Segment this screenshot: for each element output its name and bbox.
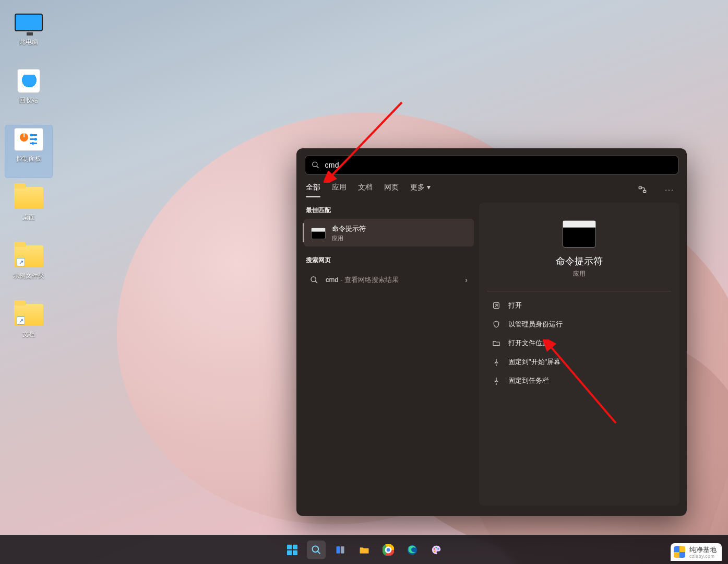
svg-point-34 [437,548,439,549]
result-best-match[interactable]: 命令提示符 应用 [304,219,474,246]
desktop-icons: 此电脑 回收站 控制面板 桌面 ↗ 示例文件夹 ↗ 文档 [5,8,52,359]
pin-icon [492,377,500,385]
tab-docs[interactable]: 文档 [358,183,373,196]
web-suffix: - 查看网络搜索结果 [339,276,399,284]
svg-point-33 [435,546,437,548]
palette-icon [431,544,442,556]
taskbar-file-explorer[interactable] [355,540,374,559]
svg-line-8 [317,166,319,168]
action-run-as-admin[interactable]: 以管理员身份运行 [487,315,671,333]
action-label: 固定到"开始"屏幕 [508,357,560,367]
tab-apps[interactable]: 应用 [332,183,347,196]
terminal-icon [311,228,326,239]
taskbar: 纯净基地 czlaby.com [0,535,728,564]
section-search-web: 搜索网页 [306,256,472,265]
scope-button[interactable] [635,182,650,197]
search-box[interactable] [305,156,678,174]
desktop-icon-recycle-bin[interactable]: 回收站 [5,67,52,119]
shortcut-badge-icon: ↗ [17,258,25,266]
svg-point-32 [433,548,435,549]
svg-point-5 [34,138,37,140]
chrome-icon [383,544,394,556]
more-options-button[interactable]: ··· [662,182,677,197]
result-web-search[interactable]: cmd - 查看网络搜索结果 › [304,269,474,291]
svg-rect-22 [336,546,340,553]
chevron-right-icon: › [465,276,468,284]
watermark-sub: czlaby.com [689,554,717,559]
icon-label: 文档 [22,330,35,339]
taskbar-paint[interactable] [427,540,446,559]
svg-line-12 [315,281,317,283]
action-label: 固定到任务栏 [508,376,549,385]
task-view-button[interactable] [331,540,350,559]
svg-rect-9 [639,187,641,189]
search-input[interactable] [325,161,672,169]
ellipsis-icon: ··· [665,185,674,194]
search-icon [310,276,318,284]
search-icon [312,161,319,169]
svg-rect-18 [287,550,292,555]
search-icon [311,545,321,555]
svg-rect-10 [643,191,646,193]
folder-icon [359,544,370,556]
svg-line-21 [317,551,320,554]
tab-all[interactable]: 全部 [306,183,320,196]
action-pin-to-taskbar[interactable]: 固定到任务栏 [487,372,671,390]
chevron-down-icon: ▾ [427,183,431,191]
svg-point-4 [30,134,33,136]
taskbar-chrome[interactable] [379,540,398,559]
action-label: 打开文件位置 [508,338,549,348]
svg-rect-23 [340,546,344,553]
folder-icon [492,339,500,347]
preview-title: 命令提示符 [487,255,671,267]
preview-subtitle: 应用 [487,269,671,278]
monitor-icon [15,14,43,31]
terminal-icon [563,220,596,248]
recycle-bin-icon [17,69,40,93]
svg-point-35 [434,550,435,552]
action-open[interactable]: 打开 [487,297,671,314]
divider [487,291,671,291]
best-match-title: 命令提示符 [332,224,366,233]
desktop-icon-this-pc[interactable]: 此电脑 [5,8,52,61]
svg-rect-19 [293,550,297,555]
start-button[interactable] [283,540,302,559]
watermark-brand: 纯净基地 [689,546,717,554]
taskbar-edge[interactable] [403,540,422,559]
svg-point-11 [311,277,316,281]
svg-point-7 [313,162,317,167]
shield-icon [492,320,500,328]
desktop-icon-folder-sample[interactable]: ↗ 示例文件夹 [5,242,52,295]
desktop-icon-folder-documents[interactable]: ↗ 文档 [5,301,52,353]
desktop-icon-control-panel[interactable]: 控制面板 [5,125,52,178]
windows-logo-icon [286,544,299,556]
web-term: cmd [326,276,339,284]
svg-rect-17 [293,545,297,549]
tab-web[interactable]: 网页 [384,183,399,196]
taskbar-search-button[interactable] [307,540,326,559]
task-view-icon [335,545,345,555]
watermark: 纯净基地 czlaby.com [671,543,722,561]
open-icon [492,301,500,310]
icon-label: 桌面 [22,213,35,222]
tab-more[interactable]: 更多 ▾ [410,183,431,196]
icon-label: 示例文件夹 [13,272,44,280]
action-open-file-location[interactable]: 打开文件位置 [487,334,671,352]
desktop[interactable]: 此电脑 回收站 控制面板 桌面 ↗ 示例文件夹 ↗ 文档 [0,0,728,564]
edge-icon [407,544,418,556]
svg-rect-24 [360,548,368,553]
scope-icon [638,185,647,194]
section-best-match: 最佳匹配 [306,206,472,215]
action-label: 打开 [508,301,522,310]
desktop-icon-folder-desktop[interactable]: 桌面 [5,184,52,236]
pin-icon [492,358,500,366]
folder-icon [14,187,43,209]
icon-label: 控制面板 [16,155,41,163]
svg-point-6 [32,142,34,145]
search-panel: 全部 应用 文档 网页 更多 ▾ ··· 最佳匹配 命令提示符 应用 [296,148,687,516]
svg-point-20 [312,546,318,552]
watermark-logo-icon [674,546,685,558]
control-panel-icon [14,128,43,151]
icon-label: 回收站 [19,96,38,105]
action-pin-to-start[interactable]: 固定到"开始"屏幕 [487,353,671,371]
